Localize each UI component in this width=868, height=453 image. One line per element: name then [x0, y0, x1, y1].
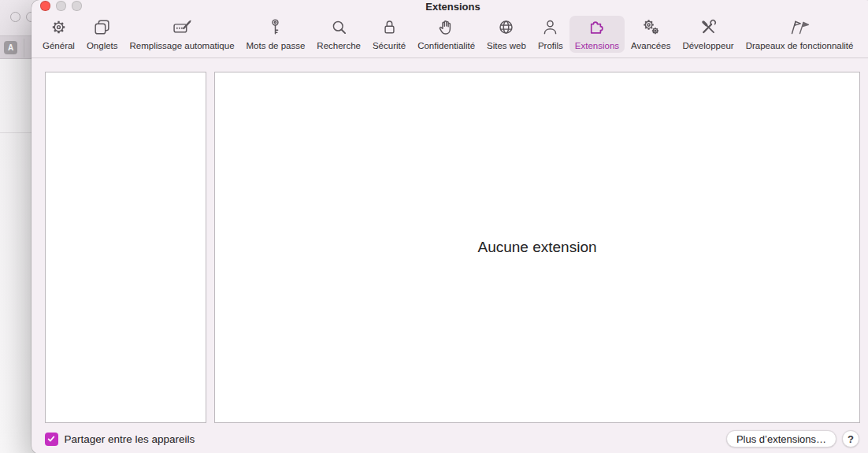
- tab-label: Profils: [538, 41, 563, 50]
- empty-state-message: Aucune extension: [477, 239, 596, 256]
- background-tab-favicon: A: [4, 41, 17, 54]
- tab-label: Extensions: [575, 41, 619, 50]
- tab-sites-web[interactable]: Sites web: [481, 16, 532, 53]
- extensions-list-panel[interactable]: [45, 72, 206, 423]
- tab-extensions[interactable]: Extensions: [569, 16, 625, 53]
- tab-label: Recherche: [317, 41, 361, 50]
- background-close-button: [10, 12, 20, 22]
- extension-detail-panel: Aucune extension: [214, 72, 860, 423]
- tab-confidentialite[interactable]: Confidentialité: [412, 16, 480, 53]
- background-content-divider: [0, 132, 35, 133]
- tab-developpeur[interactable]: Développeur: [677, 16, 739, 53]
- share-across-devices-row: Partager entre les appareils: [45, 433, 195, 446]
- help-button[interactable]: ?: [842, 430, 859, 447]
- safari-preferences-window: Extensions Général: [32, 0, 868, 453]
- tab-securite[interactable]: Sécurité: [367, 16, 411, 53]
- puzzle-icon: [587, 17, 606, 39]
- toolbar-divider: [32, 58, 868, 58]
- tab-general[interactable]: Général: [37, 16, 80, 53]
- tab-label: Sécurité: [373, 41, 406, 50]
- tab-label: Mots de passe: [247, 41, 306, 50]
- checkmark-icon: [46, 434, 56, 444]
- tab-recherche[interactable]: Recherche: [311, 16, 366, 53]
- tab-drapeaux-de-fonctionnalite[interactable]: Drapeaux de fonctionnalité: [740, 16, 859, 53]
- gears-icon: [641, 17, 661, 39]
- background-tab-separator: [24, 39, 24, 58]
- tools-icon: [699, 17, 718, 39]
- search-icon: [329, 17, 349, 39]
- gear-icon: [49, 17, 69, 39]
- tab-onglets[interactable]: Onglets: [81, 16, 124, 53]
- tab-mots-de-passe[interactable]: Mots de passe: [241, 16, 311, 53]
- tab-label: Confidentialité: [417, 41, 475, 50]
- share-checkbox-label[interactable]: Partager entre les appareils: [65, 433, 195, 445]
- lock-icon: [380, 17, 399, 39]
- window-title: Extensions: [32, 1, 868, 13]
- tab-label: Développeur: [682, 41, 733, 50]
- tab-label: Général: [43, 41, 75, 50]
- tab-label: Onglets: [87, 41, 118, 50]
- hand-icon: [436, 17, 456, 39]
- tab-label: Avancées: [631, 41, 670, 50]
- more-extensions-button[interactable]: Plus d’extensions…: [726, 430, 836, 447]
- tab-label: Remplissage automatique: [130, 41, 235, 50]
- tab-label: Sites web: [487, 41, 526, 50]
- titlebar: Extensions: [32, 0, 868, 14]
- tab-label: Drapeaux de fonctionnalité: [746, 41, 854, 50]
- flags-icon: [788, 17, 811, 39]
- globe-icon: [496, 17, 516, 39]
- preferences-toolbar: Général Onglets: [37, 16, 868, 53]
- tab-remplissage-automatique[interactable]: Remplissage automatique: [124, 16, 240, 53]
- key-icon: [265, 17, 285, 39]
- person-icon: [540, 17, 560, 39]
- tabs-icon: [92, 17, 112, 39]
- share-checkbox[interactable]: [45, 433, 58, 446]
- autofill-icon: [172, 17, 192, 39]
- tab-avancees[interactable]: Avancées: [625, 16, 676, 53]
- tab-profils[interactable]: Profils: [532, 16, 569, 53]
